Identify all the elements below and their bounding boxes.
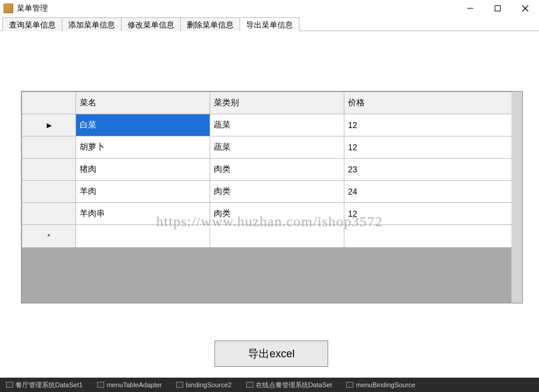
table-row[interactable]: 羊肉肉类24	[22, 181, 522, 203]
cell-name[interactable]: 白菜	[76, 114, 210, 136]
minimize-button[interactable]	[456, 0, 484, 17]
col-header-price[interactable]: 价格	[344, 92, 522, 114]
datagrid[interactable]: 菜名 菜类别 价格 ▶白菜蔬菜12胡萝卜蔬菜12猪肉肉类23羊肉肉类24羊肉串肉…	[21, 91, 523, 303]
col-header-type[interactable]: 菜类别	[210, 92, 344, 114]
tab-edit[interactable]: 修改菜单信息	[121, 17, 181, 31]
row-header-new[interactable]: *	[22, 225, 76, 248]
row-header[interactable]: ▶	[22, 114, 76, 136]
cell-price[interactable]: 12	[344, 114, 522, 136]
cell-price[interactable]: 12	[344, 136, 522, 159]
tab-export[interactable]: 导出菜单信息	[240, 17, 299, 31]
tab-add[interactable]: 添加菜单信息	[62, 17, 122, 31]
cell-type[interactable]: 肉类	[210, 181, 344, 203]
tab-query[interactable]: 查询菜单信息	[2, 17, 62, 31]
svg-rect-1	[495, 6, 501, 11]
table-row[interactable]: 羊肉串肉类12	[22, 203, 522, 225]
tray-item[interactable]: bindingSource2	[176, 381, 231, 388]
table-row[interactable]: ▶白菜蔬菜12	[22, 114, 522, 136]
cell-price[interactable]: 12	[344, 203, 522, 225]
cell-name[interactable]: 猪肉	[76, 159, 210, 181]
tray-item[interactable]: menuBindingSource	[346, 381, 415, 388]
vertical-scrollbar[interactable]	[511, 92, 522, 303]
cell-name[interactable]: 胡萝卜	[76, 136, 210, 159]
designer-tray: 餐厅管理系统DataSet1 menuTableAdapter bindingS…	[0, 378, 539, 392]
tab-delete[interactable]: 删除菜单信息	[180, 17, 240, 31]
titlebar: 菜单管理	[0, 0, 539, 17]
row-header[interactable]	[22, 136, 76, 159]
titlebar-left: 菜单管理	[4, 3, 48, 14]
component-icon	[346, 382, 353, 388]
tray-item[interactable]: 餐厅管理系统DataSet1	[6, 381, 83, 390]
component-icon	[246, 382, 253, 388]
row-header[interactable]	[22, 203, 76, 225]
content-panel: 菜名 菜类别 价格 ▶白菜蔬菜12胡萝卜蔬菜12猪肉肉类23羊肉肉类24羊肉串肉…	[0, 31, 539, 378]
cell-name[interactable]: 羊肉串	[76, 203, 210, 225]
cell-name[interactable]: 羊肉	[76, 181, 210, 203]
new-row[interactable]: *	[22, 225, 522, 248]
row-header[interactable]	[22, 181, 76, 203]
cell-type[interactable]: 蔬菜	[210, 136, 344, 159]
header-row: 菜名 菜类别 价格	[22, 92, 522, 114]
cell-price[interactable]: 24	[344, 181, 522, 203]
cell-price[interactable]: 23	[344, 159, 522, 181]
cell-empty[interactable]	[210, 225, 344, 248]
cell-type[interactable]: 肉类	[210, 159, 344, 181]
export-excel-button[interactable]: 导出excel	[214, 341, 328, 367]
tray-item[interactable]: 在线点餐管理系统DataSet	[246, 381, 332, 390]
tab-bar: 查询菜单信息 添加菜单信息 修改菜单信息 删除菜单信息 导出菜单信息	[0, 17, 539, 31]
window-title: 菜单管理	[17, 3, 48, 14]
window-controls	[456, 0, 539, 17]
row-header[interactable]	[22, 159, 76, 181]
table-row[interactable]: 胡萝卜蔬菜12	[22, 136, 522, 159]
table-row[interactable]: 猪肉肉类23	[22, 159, 522, 181]
rowheader-corner[interactable]	[22, 92, 76, 114]
cell-type[interactable]: 肉类	[210, 203, 344, 225]
component-icon	[176, 382, 183, 388]
maximize-button[interactable]	[484, 0, 511, 17]
tray-item[interactable]: menuTableAdapter	[97, 381, 162, 388]
close-button[interactable]	[511, 0, 539, 17]
cell-empty[interactable]	[344, 225, 522, 248]
col-header-name[interactable]: 菜名	[76, 92, 210, 114]
app-icon	[4, 4, 13, 13]
cell-type[interactable]: 蔬菜	[210, 114, 344, 136]
component-icon	[97, 382, 104, 388]
component-icon	[6, 382, 13, 388]
cell-empty[interactable]	[76, 225, 210, 248]
